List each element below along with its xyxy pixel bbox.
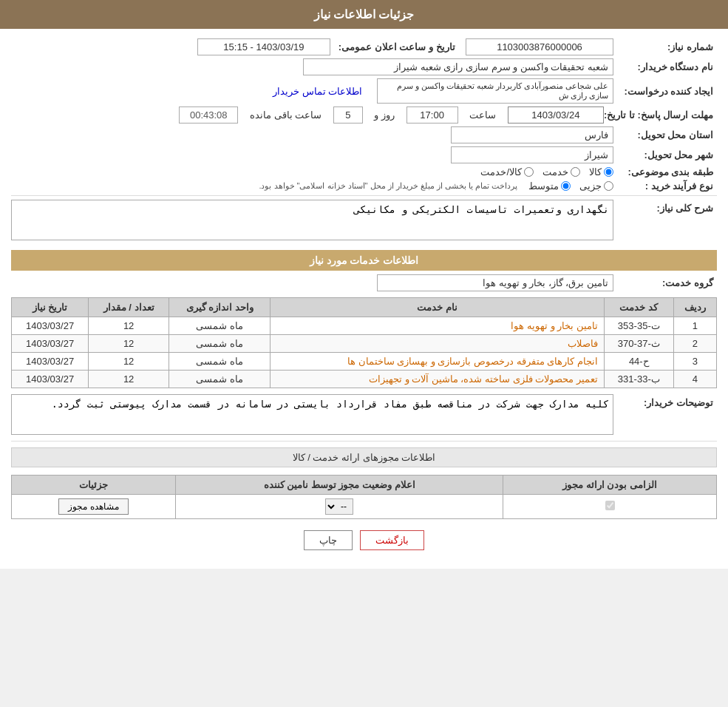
- permissions-section: الزامی بودن ارائه مجوز اعلام وضعیت مجوز …: [11, 475, 717, 519]
- category-option-kala[interactable]: کالا: [589, 166, 613, 177]
- category-row: طبقه بندی موضوعی: کالا خدمت کالا/خدمت: [11, 166, 717, 177]
- city-row: شهر محل تحویل: شیراز: [11, 146, 717, 163]
- purchase-type-label: نوع فرآیند خرید :: [613, 180, 717, 192]
- cell-name: انجام کارهای متفرقه درخصوص بازسازی و بهس…: [271, 353, 605, 371]
- province-row: استان محل تحویل: فارس: [11, 126, 717, 143]
- permissions-table: الزامی بودن ارائه مجوز اعلام وضعیت مجوز …: [11, 475, 717, 519]
- col-code: کد خدمت: [604, 298, 673, 317]
- print-button[interactable]: چاپ: [304, 530, 353, 550]
- creator-row: ایجاد کننده درخواست: علی شجاعی منصورآباد…: [11, 78, 717, 104]
- category-option-kala-khedmat[interactable]: کالا/خدمت: [480, 166, 534, 177]
- deadline-days: 5: [333, 106, 363, 124]
- purchase-type-note: پرداخت تمام یا بخشی از مبلغ خریدار از مح…: [259, 181, 517, 191]
- cell-name: تامین بخار و تهویه هوا: [271, 317, 605, 335]
- col-name: نام خدمت: [271, 298, 605, 317]
- province-value: فارس: [451, 126, 613, 143]
- cell-date: 1403/03/27: [12, 353, 89, 371]
- need-number-row: شماره نیاز: 1103003876000006 تاریخ و ساع…: [11, 38, 717, 55]
- cell-date: 1403/03/27: [12, 317, 89, 335]
- perm-col-status: اعلام وضعیت مجوز توسط نامین کننده: [176, 476, 503, 495]
- announcer-value: 1403/03/19 - 15:15: [197, 38, 330, 55]
- cell-qty: 12: [89, 371, 169, 388]
- buyer-notes-textarea[interactable]: کلیه مدارک جهت شرکت در مناقصه طبق مفاد ق…: [11, 394, 613, 435]
- perm-details-cell: مشاهده مجوز: [12, 495, 176, 519]
- buyer-org-value: شعبه تحقیقات واکسن و سرم سازی رازی شعبه …: [303, 58, 613, 75]
- need-number-label: شماره نیاز:: [613, 41, 717, 53]
- cell-row-num: 1: [673, 317, 716, 335]
- bottom-buttons: بازگشت چاپ: [11, 519, 717, 561]
- purchase-type-row: نوع فرآیند خرید : جزیی متوسط پرداخت تمام…: [11, 180, 717, 192]
- purchase-type-motavasset[interactable]: متوسط: [528, 180, 571, 192]
- cell-unit: ماه شمسی: [169, 317, 271, 335]
- status-select[interactable]: --: [325, 498, 353, 515]
- required-checkbox: [605, 501, 615, 510]
- need-desc-row: شرح کلی نیاز: نگهداری وتعمیرات تاسیسات ا…: [11, 200, 717, 243]
- view-permit-button[interactable]: مشاهده مجوز: [58, 498, 128, 515]
- back-button[interactable]: بازگشت: [360, 530, 424, 550]
- cell-qty: 12: [89, 335, 169, 353]
- perm-col-required: الزامی بودن ارائه مجوز: [503, 476, 717, 495]
- list-item: -- مشاهده مجوز: [12, 495, 717, 519]
- deadline-label: مهلت ارسال پاسخ: تا تاریخ:: [604, 109, 717, 121]
- city-value: شیراز: [451, 146, 613, 163]
- table-row: 2 ث-37-370 فاصلاب ماه شمسی 12 1403/03/27: [12, 335, 717, 353]
- cell-row-num: 2: [673, 335, 716, 353]
- perm-status-cell: --: [176, 495, 503, 519]
- col-row-num: ردیف: [673, 298, 716, 317]
- contact-link[interactable]: اطلاعات تماس خریدار: [273, 86, 362, 97]
- deadline-time: 17:00: [406, 106, 458, 124]
- cell-code: ح-44: [604, 353, 673, 371]
- purchase-type-jozi[interactable]: جزیی: [579, 180, 613, 192]
- cell-qty: 12: [89, 353, 169, 371]
- category-option-khedmat[interactable]: خدمت: [542, 166, 580, 177]
- services-table: ردیف کد خدمت نام خدمت واحد اندازه گیری ت…: [11, 297, 717, 388]
- page-header: جزئیات اطلاعات نیاز: [0, 0, 728, 29]
- cell-date: 1403/03/27: [12, 335, 89, 353]
- cell-qty: 12: [89, 317, 169, 335]
- cell-unit: ماه شمسی: [169, 335, 271, 353]
- cell-code: ت-35-353: [604, 317, 673, 335]
- need-desc-label: شرح کلی نیاز:: [613, 203, 717, 214]
- page-wrapper: جزئیات اطلاعات نیاز شماره نیاز: 11030038…: [0, 0, 728, 569]
- buyer-org-label: نام دستگاه خریدار:: [613, 61, 717, 72]
- category-label: طبقه بندی موضوعی:: [613, 166, 717, 177]
- buyer-org-row: نام دستگاه خریدار: شعبه تحقیقات واکسن و …: [11, 58, 717, 75]
- cell-name: فاصلاب: [271, 335, 605, 353]
- perm-col-details: جزئیات: [12, 476, 176, 495]
- services-section-title: اطلاعات خدمات مورد نیاز: [11, 250, 717, 271]
- page-title: جزئیات اطلاعات نیاز: [314, 8, 415, 21]
- announcer-label: تاریخ و ساعت اعلان عمومی:: [339, 41, 455, 53]
- cell-name: تعمیر محصولات فلزی ساخته شده، ماشین آلات…: [271, 371, 605, 388]
- deadline-time-label: ساعت: [469, 109, 496, 121]
- col-qty: تعداد / مقدار: [89, 298, 169, 317]
- need-number-value: 1103003876000006 تاریخ و ساعت اعلان عموم…: [11, 38, 613, 55]
- cell-code: ث-37-370: [604, 335, 673, 353]
- table-row: 4 ب-33-331 تعمیر محصولات فلزی ساخته شده،…: [12, 371, 717, 388]
- creator-value: علی شجاعی منصورآبادی کاربردار شعبه تحقیق…: [377, 78, 613, 104]
- cell-unit: ماه شمسی: [169, 353, 271, 371]
- cell-row-num: 4: [673, 371, 716, 388]
- col-unit: واحد اندازه گیری: [169, 298, 271, 317]
- city-label: شهر محل تحویل:: [613, 149, 717, 160]
- buyer-notes-label: توضیحات خریدار:: [613, 397, 717, 408]
- deadline-days-label: روز و: [374, 109, 395, 121]
- need-desc-textarea[interactable]: نگهداری وتعمیرات تاسیسات الکتریکی و مکان…: [11, 200, 613, 240]
- service-group-value: تامین برق، گاز، بخار و تهویه هوا: [377, 274, 613, 291]
- service-group-label: گروه خدمت:: [613, 277, 717, 288]
- perm-required-cell: [503, 495, 717, 519]
- cell-date: 1403/03/27: [12, 371, 89, 388]
- table-row: 3 ح-44 انجام کارهای متفرقه درخصوص بازساز…: [12, 353, 717, 371]
- service-group-row: گروه خدمت: تامین برق، گاز، بخار و تهویه …: [11, 274, 717, 291]
- creator-label: ایجاد کننده درخواست:: [613, 86, 717, 97]
- deadline-row: مهلت ارسال پاسخ: تا تاریخ: 1403/03/24 سا…: [11, 106, 717, 124]
- permissions-section-title: اطلاعات مجوزهای ارائه خدمت / کالا: [11, 447, 717, 467]
- cell-row-num: 3: [673, 353, 716, 371]
- deadline-date: 1403/03/24: [508, 106, 604, 124]
- province-label: استان محل تحویل:: [613, 129, 717, 141]
- col-date: تاریخ نیاز: [12, 298, 89, 317]
- cell-unit: ماه شمسی: [169, 371, 271, 388]
- deadline-remain: 00:43:08: [179, 106, 238, 124]
- deadline-remain-label: ساعت باقی مانده: [250, 109, 322, 121]
- table-row: 1 ت-35-353 تامین بخار و تهویه هوا ماه شم…: [12, 317, 717, 335]
- buyer-notes-row: توضیحات خریدار: کلیه مدارک جهت شرکت در م…: [11, 394, 717, 437]
